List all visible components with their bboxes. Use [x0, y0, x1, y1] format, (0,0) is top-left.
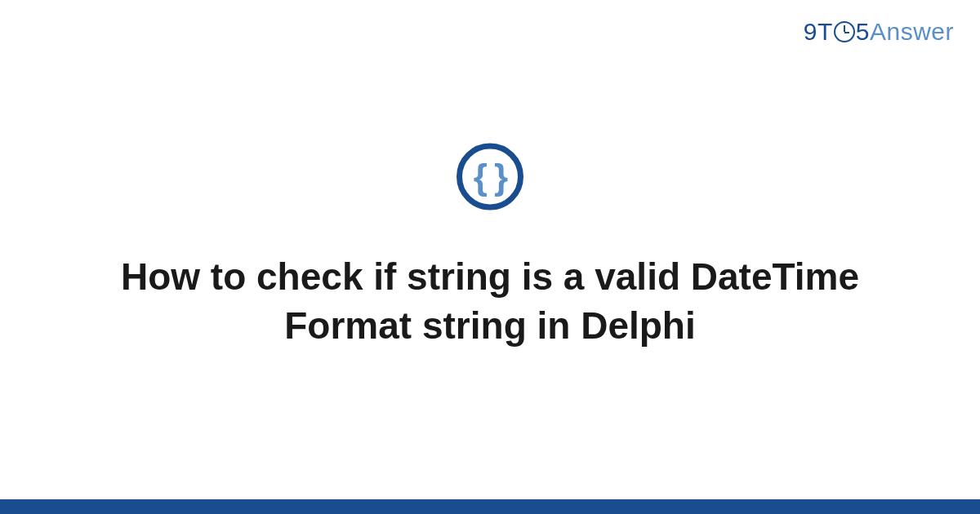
braces-glyph: { } [474, 157, 506, 197]
logo-text-9t: 9T [804, 18, 833, 45]
logo-text-5: 5 [856, 18, 870, 45]
logo-text-answer: Answer [870, 18, 954, 45]
clock-icon [834, 21, 855, 42]
site-logo: 9T5Answer [804, 18, 954, 46]
main-content: { } How to check if string is a valid Da… [0, 144, 980, 351]
page-title: How to check if string is a valid DateTi… [57, 253, 923, 351]
footer-bar [0, 499, 980, 514]
code-braces-icon: { } [457, 144, 523, 210]
